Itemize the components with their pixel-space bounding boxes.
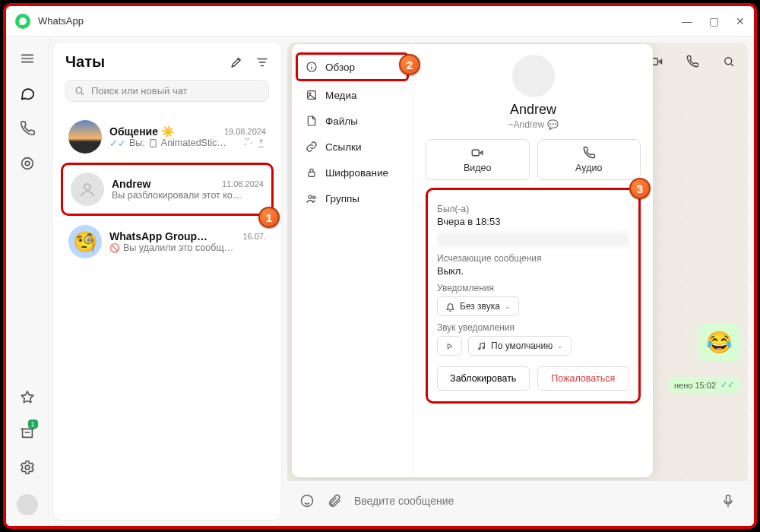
- status-icon[interactable]: [19, 155, 36, 172]
- play-sound-button[interactable]: [437, 336, 462, 356]
- svg-point-2: [25, 465, 30, 470]
- chat-avatar: 🧐: [68, 225, 102, 258]
- message-input[interactable]: [354, 495, 708, 507]
- report-button[interactable]: Пожаловаться: [537, 366, 630, 391]
- new-chat-icon[interactable]: [230, 55, 243, 69]
- chevron-down-icon: ⌄: [557, 342, 563, 350]
- annotation-2: 2: [399, 54, 420, 75]
- starred-icon[interactable]: [19, 389, 36, 406]
- search-placeholder: Поиск или новый чат: [91, 85, 188, 97]
- calls-icon[interactable]: [19, 120, 36, 137]
- audio-call-card[interactable]: Аудио: [537, 139, 641, 180]
- sound-label: Звук уведомления: [437, 322, 629, 333]
- phone-icon: [582, 146, 596, 160]
- image-icon: [306, 89, 318, 101]
- chat-preview: Вы разблокировали этот ко…: [112, 190, 264, 201]
- file-icon: [306, 115, 318, 127]
- block-button[interactable]: Заблокировать: [437, 366, 530, 391]
- svg-point-0: [21, 158, 33, 169]
- compose-bar: [287, 480, 748, 520]
- contact-avatar: [512, 55, 555, 97]
- chat-item[interactable]: 🧐 WhatsApp Group… 16.07. 🚫 Вы удалили эт…: [65, 217, 269, 266]
- svg-rect-14: [473, 150, 480, 156]
- svg-point-5: [84, 184, 90, 190]
- info-nav-links[interactable]: Ссылки: [298, 135, 407, 159]
- svg-point-13: [313, 196, 315, 198]
- info-nav-encryption[interactable]: Шифрование: [298, 160, 407, 185]
- chat-avatar: [68, 120, 102, 154]
- chat-preview: Вы удалили это сообщ…: [123, 242, 233, 253]
- profile-avatar[interactable]: [17, 494, 38, 515]
- chat-item-andrew[interactable]: Andrew 11.08.2024 Вы разблокировали этот…: [61, 163, 274, 216]
- notifications-dropdown[interactable]: Без звука ⌄: [437, 296, 519, 316]
- svg-point-10: [309, 93, 311, 94]
- chat-name: Общение: [109, 125, 158, 138]
- info-nav-media[interactable]: Медиа: [298, 83, 407, 107]
- annotation-3: 3: [629, 178, 651, 199]
- chats-heading: Чаты: [65, 53, 105, 71]
- svg-rect-16: [727, 495, 730, 502]
- group-icon: [306, 192, 318, 204]
- emoji-icon: 😂: [706, 330, 733, 355]
- last-seen-value: Вчера в 18:53: [437, 216, 629, 227]
- chat-avatar: [71, 173, 104, 206]
- filter-icon[interactable]: [255, 55, 269, 69]
- archive-icon[interactable]: 1: [19, 424, 36, 441]
- info-nav-overview[interactable]: Обзор: [296, 52, 409, 81]
- minimize-button[interactable]: —: [682, 15, 692, 27]
- chevron-down-icon: ⌄: [505, 302, 511, 310]
- svg-point-1: [25, 161, 30, 166]
- link-icon: [306, 141, 318, 153]
- notifications-label: Уведомления: [437, 283, 629, 293]
- info-nav-groups[interactable]: Группы: [298, 186, 407, 211]
- svg-point-12: [309, 195, 312, 198]
- lock-icon: [306, 166, 318, 179]
- close-button[interactable]: ✕: [736, 15, 745, 27]
- info-nav-files[interactable]: Файлы: [298, 109, 407, 133]
- redacted-block: [437, 232, 629, 247]
- whatsapp-logo: [15, 14, 30, 29]
- chat-date: 19.08.2024: [224, 127, 266, 136]
- emoji-picker-icon[interactable]: [299, 493, 315, 508]
- svg-point-15: [302, 495, 313, 506]
- disappearing-label: Исчезающие сообщения: [437, 253, 629, 264]
- svg-point-3: [76, 87, 82, 93]
- maximize-button[interactable]: ▢: [709, 15, 719, 27]
- contact-name: Andrew: [426, 102, 641, 118]
- disappearing-value: Выкл.: [437, 265, 629, 277]
- chat-list-panel: Чаты Поиск или новый чат Общение ☀️ 19.0…: [53, 43, 281, 520]
- message-meta: нено 15:02 ✓✓: [668, 377, 740, 393]
- conversation-area: 😂 нено 15:02 ✓✓ Обзор 2: [287, 43, 748, 520]
- mic-icon[interactable]: [720, 493, 736, 508]
- sound-dropdown[interactable]: По умолчанию ⌄: [468, 336, 572, 356]
- svg-point-7: [725, 58, 732, 65]
- chat-date: 11.08.2024: [222, 179, 264, 188]
- window-title: WhatsApp: [38, 15, 84, 27]
- chat-name: WhatsApp Group…: [109, 230, 207, 242]
- menu-icon[interactable]: [19, 50, 36, 67]
- contact-details-section: 3 Был(-а) Вчера в 18:53 Исчезающие сообщ…: [426, 188, 641, 404]
- contact-subtitle: ~Andrew 💬: [426, 119, 641, 130]
- search-chat-button[interactable]: [717, 50, 740, 73]
- chat-item[interactable]: Общение ☀️ 19.08.2024 ✓✓ Вы: AnimatedSti…: [65, 112, 269, 161]
- chat-preview: AnimatedStic…: [161, 138, 226, 148]
- attach-icon[interactable]: [327, 493, 342, 508]
- chats-icon[interactable]: [19, 85, 36, 102]
- info-nav: Обзор 2 Медиа Файлы Ссылки: [292, 44, 413, 477]
- search-input[interactable]: Поиск или новый чат: [65, 80, 269, 102]
- video-call-card[interactable]: Видео: [426, 139, 530, 180]
- info-icon: [306, 61, 318, 73]
- chat-date: 16.07.: [242, 232, 266, 241]
- last-seen-label: Был(-а): [437, 204, 629, 214]
- titlebar: WhatsApp — ▢ ✕: [6, 6, 754, 36]
- svg-rect-11: [309, 172, 315, 176]
- annotation-1: 1: [258, 207, 280, 228]
- chat-name: Andrew: [112, 178, 150, 190]
- video-icon: [470, 146, 484, 160]
- contact-info-panel: Обзор 2 Медиа Файлы Ссылки: [292, 44, 653, 477]
- settings-icon[interactable]: [19, 459, 36, 476]
- message-bubble: 😂: [698, 324, 740, 361]
- svg-rect-4: [150, 139, 157, 147]
- audio-call-button[interactable]: [681, 50, 704, 73]
- nav-rail: 1: [6, 36, 49, 526]
